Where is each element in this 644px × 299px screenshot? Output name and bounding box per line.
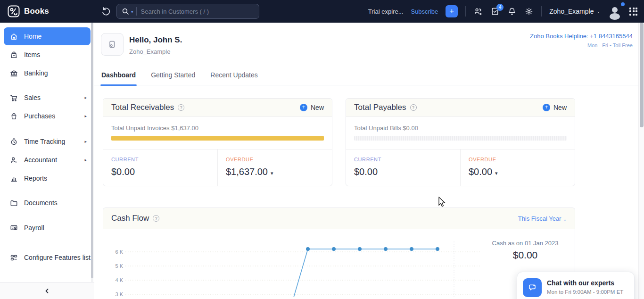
new-button-label: New — [553, 104, 567, 111]
total-payables-card: Total Payables ? + New Total Unpaid Bill… — [346, 98, 575, 186]
gear-icon[interactable] — [524, 7, 534, 16]
app-logo[interactable]: Books — [8, 0, 49, 23]
search-input[interactable] — [141, 8, 254, 15]
cash-as-on-value: $0.00 — [480, 249, 570, 261]
chevron-down-icon: ⌄ — [563, 217, 567, 222]
chat-widget[interactable]: Chat with our experts Mon to Fri 9:00AM … — [517, 272, 635, 299]
apps-grid-icon[interactable] — [629, 8, 637, 16]
notification-count-badge: 4 — [496, 4, 504, 11]
sidebar-item-reports[interactable]: Reports — [4, 169, 91, 187]
sidebar-item-label: Payroll — [24, 224, 44, 232]
announcements-icon[interactable]: 4 — [490, 7, 500, 16]
plus-circle-icon: + — [543, 104, 550, 111]
page-scrollbar-thumb[interactable] — [640, 23, 644, 127]
new-payable-button[interactable]: + New — [543, 104, 567, 111]
org-avatar-placeholder[interactable] — [101, 33, 124, 56]
chevron-left-icon — [43, 287, 51, 295]
main-content: Hello, John S. Zoho_Example Zoho Books H… — [94, 23, 638, 299]
sidebar-item-payroll[interactable]: Payroll — [4, 219, 91, 237]
accountant-person-icon — [9, 156, 18, 165]
current-label: CURRENT — [354, 157, 452, 162]
fiscal-year-dropdown[interactable]: This Fiscal Year⌄ — [518, 215, 567, 222]
bell-icon[interactable] — [507, 7, 517, 16]
overdue-value-dropdown[interactable]: $0.00▾ — [469, 166, 567, 177]
overdue-value: $0.00 — [469, 166, 492, 177]
overdue-label: OVERDUE — [226, 157, 324, 162]
items-icon — [9, 50, 18, 59]
tab-dashboard[interactable]: Dashboard — [100, 71, 137, 85]
svg-text:3 K: 3 K — [115, 291, 123, 297]
sidebar-item-label: Sales — [24, 94, 41, 101]
sidebar-item-label: Banking — [24, 69, 48, 77]
bar-chart-icon — [9, 174, 18, 183]
plus-circle-icon: + — [300, 104, 307, 111]
bank-icon — [9, 69, 18, 78]
help-icon[interactable]: ? — [178, 104, 184, 111]
sidebar-item-home[interactable]: Home — [4, 27, 91, 45]
tab-getting-started[interactable]: Getting Started — [150, 71, 196, 85]
product-name: Books — [24, 7, 49, 16]
help-icon[interactable]: ? — [410, 104, 417, 111]
tab-recent-updates[interactable]: Recent Updates — [209, 71, 258, 85]
trial-status-text: Trial expire... — [368, 8, 404, 15]
overdue-value: $1,637.00 — [226, 166, 268, 177]
new-receivable-button[interactable]: + New — [300, 104, 324, 111]
sidebar-collapse-button[interactable] — [0, 282, 94, 299]
clock-icon — [9, 137, 18, 146]
org-name: Zoho_Example — [549, 8, 594, 15]
dashboard-tabs: Dashboard Getting Started Recent Updates — [94, 66, 638, 85]
page-title: Hello, John S. — [129, 35, 182, 45]
sidebar-item-banking[interactable]: Banking — [4, 64, 91, 82]
overdue-value-dropdown[interactable]: $1,637.00▾ — [226, 166, 324, 177]
search-scope-chevron-icon[interactable]: ▾ — [131, 9, 133, 14]
new-button-label: New — [311, 104, 324, 111]
referral-users-icon[interactable] — [473, 7, 483, 16]
sidebar: Home Items Banking Sales ▸ Purchases ▸ T… — [0, 23, 94, 299]
sidebar-item-documents[interactable]: Documents — [4, 194, 91, 212]
period-label: This Fiscal Year — [518, 215, 561, 222]
chevron-right-icon: ▸ — [84, 114, 87, 118]
sidebar-item-accountant[interactable]: Accountant ▸ — [4, 151, 91, 169]
caret-down-icon: ▾ — [495, 170, 498, 176]
help-icon[interactable]: ? — [153, 215, 159, 222]
payables-current: CURRENT $0.00 — [346, 150, 460, 186]
sidebar-item-items[interactable]: Items — [4, 46, 91, 64]
global-search[interactable]: ▾ — [116, 4, 259, 19]
recent-activity-icon[interactable] — [101, 6, 111, 17]
payables-overdue: OVERDUE $0.00▾ — [460, 150, 575, 186]
chevron-right-icon: ▸ — [84, 158, 87, 162]
subscribe-link[interactable]: Subscribe — [411, 8, 438, 15]
sidebar-item-purchases[interactable]: Purchases ▸ — [4, 107, 91, 125]
sidebar-item-configure-features[interactable]: Configure Features list — [4, 249, 91, 266]
card-title: Cash Flow — [111, 214, 149, 223]
chat-bubble-icon — [523, 278, 542, 297]
sidebar-scrollbar-thumb[interactable] — [91, 23, 93, 278]
sidebar-item-sales[interactable]: Sales ▸ — [4, 89, 91, 107]
user-avatar[interactable] — [608, 4, 622, 18]
org-switcher[interactable]: Zoho_Example ⌄ — [549, 8, 600, 15]
organization-icon — [107, 39, 117, 50]
search-divider — [136, 7, 137, 16]
chevron-right-icon: ▸ — [84, 95, 87, 100]
card-title: Total Receivables — [111, 103, 174, 112]
topbar-divider — [541, 6, 542, 17]
sidebar-item-label: Time Tracking — [24, 138, 65, 145]
chat-title: Chat with our experts — [547, 279, 623, 287]
overdue-label: OVERDUE — [469, 157, 567, 162]
quick-create-button[interactable]: + — [446, 5, 458, 17]
receivables-progress-fill — [111, 136, 324, 141]
cash-flow-card: Cash Flow ? This Fiscal Year⌄ 6 K5 K4 K3… — [103, 208, 575, 297]
folder-icon — [9, 199, 18, 208]
sidebar-item-label: Reports — [24, 174, 47, 182]
sidebar-item-label: Accountant — [24, 156, 57, 164]
card-title: Total Payables — [354, 103, 406, 112]
receivables-current: CURRENT $0.00 — [103, 150, 217, 186]
sidebar-item-label: Documents — [24, 199, 58, 207]
helpline-info: Zoho Books Helpline: +1 8443165544 Mon -… — [530, 33, 633, 48]
sidebar-item-time-tracking[interactable]: Time Tracking ▸ — [4, 133, 91, 150]
search-icon — [122, 8, 129, 15]
payables-progress-bar — [354, 136, 567, 141]
org-subtitle: Zoho_Example — [129, 48, 170, 55]
cash-flow-chart: 6 K5 K4 K3 K Cash as on 01 Jan 2023 $0.0… — [103, 229, 575, 297]
topbar-divider — [465, 6, 466, 17]
